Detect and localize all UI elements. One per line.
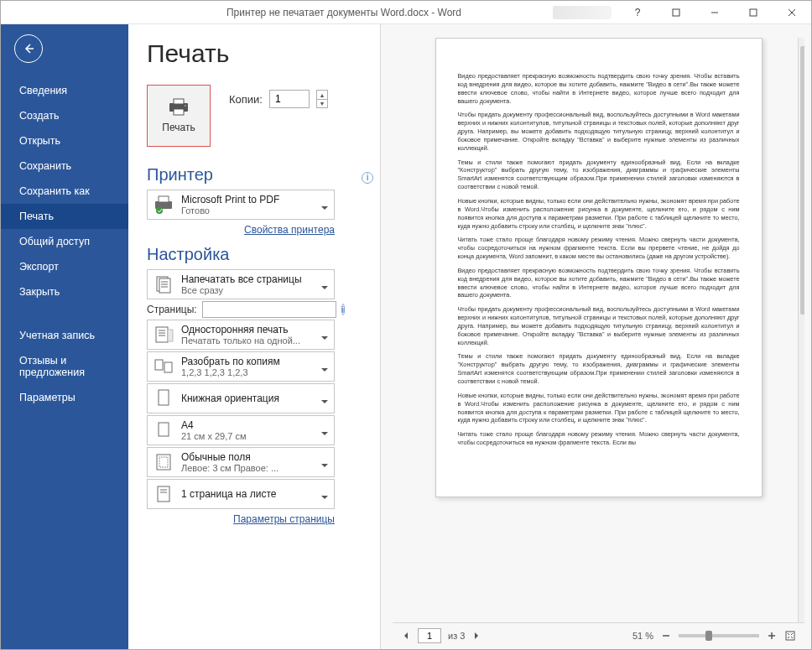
fit-to-window-button[interactable] — [784, 630, 796, 642]
printer-status: Готово — [181, 205, 314, 216]
settings-dropdown-6[interactable]: 1 страница на листе — [147, 479, 335, 509]
info-icon[interactable]: i — [341, 304, 345, 315]
ribbon-toggle-button[interactable] — [657, 1, 695, 23]
svg-rect-2 — [750, 9, 757, 16]
back-button[interactable] — [14, 34, 43, 63]
svg-point-12 — [185, 105, 186, 107]
settings-dropdown-4[interactable]: A421 см x 29,7 см — [147, 415, 335, 445]
page-title: Печать — [147, 39, 380, 68]
zoom-slider-thumb[interactable] — [705, 631, 712, 641]
spinner-up-icon[interactable]: ▲ — [316, 90, 328, 99]
svg-rect-17 — [159, 278, 170, 293]
spinner-down-icon[interactable]: ▼ — [316, 99, 328, 108]
zoom-slider[interactable] — [679, 634, 759, 637]
backstage-sidebar: СведенияСоздатьОткрытьСохранитьСохранить… — [1, 24, 128, 649]
sidebar-bottom-item-0[interactable]: Учетная запись — [1, 323, 128, 348]
chevron-down-icon — [320, 200, 329, 209]
print-preview-panel: Видео предоставляет прекрасную возможнос… — [380, 24, 811, 649]
option-title: Обычные поля — [181, 451, 314, 463]
zoom-out-button[interactable] — [660, 630, 672, 642]
chevron-down-icon — [320, 426, 329, 434]
copies-spinner[interactable]: ▲ ▼ — [316, 90, 328, 108]
svg-rect-32 — [158, 486, 169, 502]
page-total-label: из 3 — [448, 631, 465, 641]
next-page-button[interactable] — [471, 631, 481, 641]
preview-paragraph: Чтобы придать документу профессиональный… — [458, 305, 740, 346]
svg-rect-25 — [168, 330, 173, 341]
page-number-input[interactable] — [418, 628, 441, 643]
zoom-in-button[interactable] — [766, 630, 778, 642]
sidebar-item-3[interactable]: Сохранить — [1, 153, 128, 179]
preview-paragraph: Темы и стили также помогают придать доку… — [458, 159, 740, 191]
settings-dropdown-2[interactable]: Разобрать по копиям1,2,3 1,2,3 1,2,3 — [147, 351, 335, 382]
option-subtitle: Все сразу — [181, 285, 314, 295]
sidebar-item-2[interactable]: Открыть — [1, 128, 128, 153]
scroll-thumb[interactable] — [800, 46, 804, 315]
sidebar-item-4[interactable]: Сохранить как — [1, 179, 128, 204]
printer-section-title: Принтер — [147, 165, 213, 185]
preview-paragraph: Темы и стили также помогают придать доку… — [458, 352, 740, 385]
option-icon — [153, 483, 174, 505]
option-title: Односторонняя печать — [181, 324, 314, 335]
preview-paragraph: Видео предоставляет прекрасную возможнос… — [458, 72, 740, 105]
svg-rect-28 — [159, 390, 169, 405]
sidebar-item-6[interactable]: Общий доступ — [1, 229, 128, 254]
preview-footer: из 3 51 % — [393, 622, 804, 647]
svg-rect-14 — [159, 196, 169, 202]
sidebar-bottom-item-1[interactable]: Отзывы и предложения — [1, 348, 128, 385]
option-title: Разобрать по копиям — [181, 356, 314, 367]
minimize-button[interactable] — [695, 1, 734, 23]
settings-dropdown-3[interactable]: Книжная ориентация — [147, 383, 335, 413]
option-icon — [153, 356, 174, 377]
option-title: 1 страница на листе — [181, 488, 314, 500]
pages-label: Страницы: — [147, 304, 197, 315]
user-profile-thumb[interactable] — [553, 6, 612, 19]
preview-page: Видео предоставляет прекрасную возможнос… — [435, 38, 763, 497]
copies-input[interactable] — [269, 90, 310, 108]
printer-icon — [167, 98, 190, 117]
print-button[interactable]: Печать — [147, 85, 211, 147]
option-icon — [153, 451, 174, 473]
page-parameters-link[interactable]: Параметры страницы — [233, 513, 335, 525]
preview-paragraph: Читать тоже стало проще благодаря новому… — [458, 430, 740, 447]
settings-dropdown-5[interactable]: Обычные поляЛевое: 3 см Правое: ... — [147, 447, 335, 477]
sidebar-item-0[interactable]: Сведения — [1, 78, 128, 103]
maximize-button[interactable] — [734, 1, 773, 23]
svg-rect-27 — [164, 362, 172, 372]
chevron-down-icon — [320, 490, 329, 498]
sidebar-item-1[interactable]: Создать — [1, 103, 128, 128]
vertical-scrollbar[interactable] — [798, 38, 804, 622]
svg-rect-38 — [786, 632, 794, 640]
info-icon[interactable]: i — [362, 172, 373, 184]
preview-paragraph: Новые кнопки, которые видны, только если… — [458, 197, 740, 230]
option-title: Напечатать все страницы — [181, 273, 314, 285]
option-icon — [153, 324, 174, 346]
chevron-down-icon — [320, 362, 329, 371]
option-icon — [153, 419, 174, 441]
chevron-down-icon — [320, 458, 329, 466]
svg-rect-10 — [174, 99, 184, 104]
prev-page-button[interactable] — [401, 631, 411, 641]
svg-rect-29 — [159, 423, 169, 436]
preview-paragraph: Читать тоже стало проще благодаря новому… — [458, 236, 740, 261]
sidebar-item-8[interactable]: Закрыть — [1, 279, 128, 304]
printer-name: Microsoft Print to PDF — [181, 194, 314, 205]
settings-dropdown-0[interactable]: Напечатать все страницыВсе сразу — [147, 269, 335, 299]
print-settings-panel: Печать Печать Копии: ▲ ▼ — [128, 24, 380, 649]
option-icon — [153, 387, 174, 409]
printer-dropdown[interactable]: Microsoft Print to PDF Готово — [147, 190, 335, 220]
titlebar: Принтер не печатает документы Word.docx … — [1, 1, 811, 24]
sidebar-item-7[interactable]: Экспорт — [1, 254, 128, 279]
help-button[interactable]: ? — [618, 1, 657, 23]
option-title: A4 — [181, 419, 314, 431]
pages-input[interactable] — [202, 301, 336, 318]
printer-properties-link[interactable]: Свойства принтера — [244, 224, 335, 236]
settings-dropdown-1[interactable]: Односторонняя печатьПечатать только на о… — [147, 320, 335, 350]
preview-paragraph: Новые кнопки, которые видны, только если… — [458, 392, 740, 424]
sidebar-item-5[interactable]: Печать — [1, 204, 128, 229]
sidebar-bottom-item-2[interactable]: Параметры — [1, 385, 128, 410]
option-subtitle: 1,2,3 1,2,3 1,2,3 — [181, 367, 314, 377]
close-button[interactable] — [773, 1, 811, 23]
preview-paragraph: Чтобы придать документу профессиональный… — [458, 111, 740, 152]
print-button-label: Печать — [162, 122, 195, 133]
